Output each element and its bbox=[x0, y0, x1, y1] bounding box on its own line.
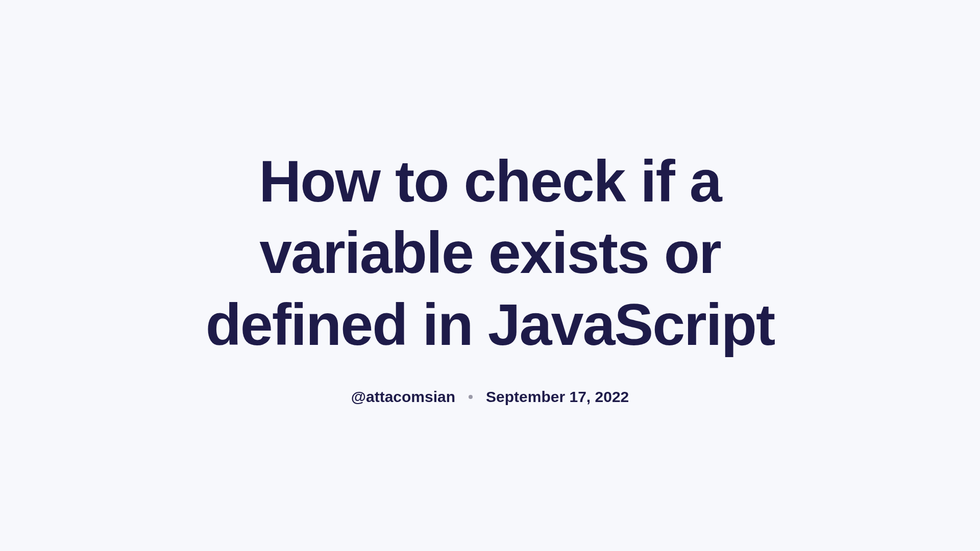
publish-date: September 17, 2022 bbox=[486, 388, 629, 406]
separator-dot-icon bbox=[469, 395, 473, 399]
article-meta: @attacomsian September 17, 2022 bbox=[158, 388, 822, 406]
article-title: How to check if a variable exists or def… bbox=[158, 145, 822, 360]
author-handle[interactable]: @attacomsian bbox=[351, 388, 455, 406]
article-header: How to check if a variable exists or def… bbox=[158, 145, 822, 406]
